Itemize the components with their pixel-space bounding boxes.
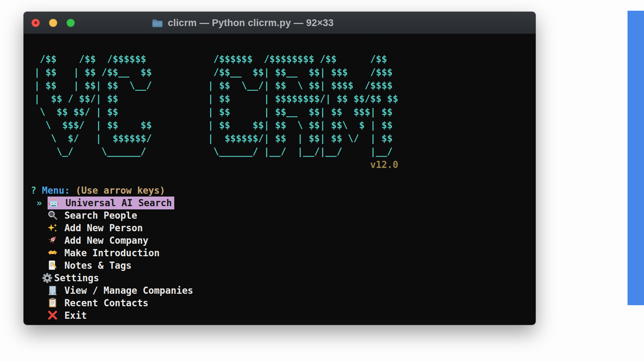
terminal-content: /$$ /$$ /$$$$$$ /$$$$$$ /$$$$$$$$ /$$ /$…: [24, 34, 536, 322]
menu-item-label: Add New Person: [64, 223, 143, 233]
folder-icon: [152, 18, 163, 28]
magnifier-icon: [48, 210, 59, 221]
menu-item-search-people[interactable]: Search People: [31, 209, 536, 222]
sparkles-icon: [48, 223, 59, 233]
selection-pointer: »: [36, 198, 42, 208]
cli-menu: ? Menu: (Use arrow keys) » Universal AI …: [29, 184, 536, 322]
robot-icon: [49, 198, 60, 209]
menu-item-label: Search People: [64, 210, 137, 221]
minimize-button[interactable]: [49, 19, 57, 27]
menu-item-label: Universal AI Search: [65, 198, 172, 208]
menu-item-label: Settings: [54, 273, 99, 283]
selected-highlight: Universal AI Search: [48, 197, 174, 209]
clipboard-icon: [48, 298, 59, 308]
menu-hint: (Use arrow keys): [75, 185, 165, 196]
office-building-icon: [48, 285, 59, 296]
window-title: clicrm — Python clicrm.py — 92×33: [168, 18, 334, 29]
menu-item-label: Exit: [64, 310, 87, 321]
menu-item-recent-contacts[interactable]: Recent Contacts: [31, 297, 536, 309]
gear-icon: [42, 273, 53, 283]
desktop: clicrm — Python clicrm.py — 92×33 /$$ /$…: [0, 0, 644, 362]
handshake-icon: [48, 248, 59, 258]
menu-item-settings[interactable]: Settings: [31, 272, 536, 284]
menu-item-add-new-person[interactable]: Add New Person: [31, 222, 536, 234]
menu-item-label: Make Introduction: [64, 248, 160, 258]
menu-item-label: Add New Company: [64, 235, 148, 246]
close-dot-icon: [34, 21, 37, 24]
menu-header: ? Menu: (Use arrow keys): [31, 184, 536, 197]
close-button[interactable]: [31, 19, 40, 27]
ascii-art-logo: /$$ /$$ /$$$$$$ /$$$$$$ /$$$$$$$$ /$$ /$…: [29, 53, 536, 158]
menu-item-view-manage-companies[interactable]: View / Manage Companies: [31, 284, 536, 297]
menu-item-make-introduction[interactable]: Make Introduction: [31, 247, 536, 259]
memo-icon: [48, 260, 59, 271]
red-cross-icon: [48, 310, 59, 321]
titlebar[interactable]: clicrm — Python clicrm.py — 92×33: [24, 12, 536, 34]
menu-item-label: View / Manage Companies: [64, 285, 193, 296]
menu-item-label: Notes & Tags: [64, 260, 132, 271]
version-label: v12.0: [370, 159, 398, 170]
menu-item-universal-ai-search[interactable]: » Universal AI Search: [31, 197, 536, 209]
menu-item-label: Recent Contacts: [64, 298, 148, 308]
menu-item-exit[interactable]: Exit: [31, 309, 536, 322]
rocket-icon: [48, 235, 59, 246]
desktop-blue-strip: [628, 11, 644, 305]
prompt-question-mark: ?: [31, 185, 36, 196]
menu-item-add-new-company[interactable]: Add New Company: [31, 234, 536, 247]
zoom-button[interactable]: [67, 19, 75, 27]
menu-title: Menu:: [42, 185, 70, 196]
terminal-window: clicrm — Python clicrm.py — 92×33 /$$ /$…: [24, 12, 536, 325]
menu-item-notes-tags[interactable]: Notes & Tags: [31, 259, 536, 272]
